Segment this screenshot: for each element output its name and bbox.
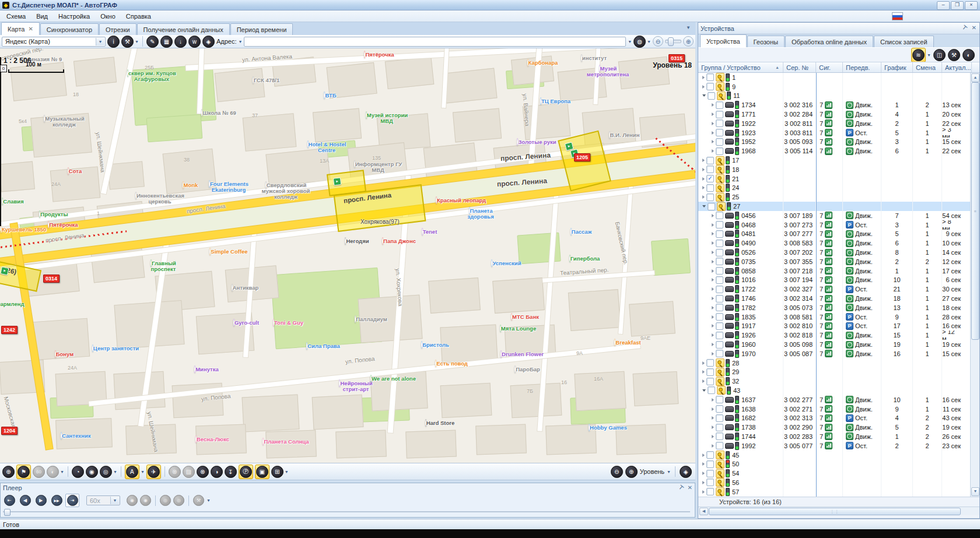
clear-icon[interactable]: ⊗ bbox=[197, 466, 209, 478]
column-header-Смена[interactable]: Смена bbox=[913, 62, 942, 72]
horizontal-scrollbar[interactable]: ◀ ⋮⋮ bbox=[698, 507, 979, 515]
row-checkbox[interactable] bbox=[716, 267, 723, 275]
player-close-icon[interactable]: ✕ bbox=[688, 484, 692, 491]
expand-icon[interactable] bbox=[702, 481, 705, 484]
follow-device-icon-toggle[interactable]: ⚑ bbox=[16, 465, 31, 479]
expand-icon[interactable] bbox=[712, 306, 714, 310]
tab-Синхронизатор[interactable]: Синхронизатор bbox=[40, 23, 99, 35]
expand-icon[interactable] bbox=[712, 407, 714, 411]
expand-icon[interactable] bbox=[712, 416, 714, 420]
row-checkbox[interactable] bbox=[716, 240, 723, 247]
row-checkbox[interactable] bbox=[706, 184, 714, 192]
player-timeline-handle[interactable] bbox=[4, 509, 10, 516]
expand-icon[interactable] bbox=[712, 435, 714, 438]
scroll-down-icon[interactable]: ▼ bbox=[971, 487, 979, 496]
expand-icon[interactable] bbox=[702, 186, 705, 189]
device-badge-0314[interactable]: 0314 bbox=[43, 275, 60, 283]
expand-icon[interactable] bbox=[702, 462, 705, 466]
tab-Период времени[interactable]: Период времени bbox=[230, 23, 293, 35]
device-row-1835[interactable]: 18353 008 5817PОст.9128 сек bbox=[698, 312, 979, 322]
row-checkbox[interactable] bbox=[716, 212, 723, 219]
row-checkbox[interactable] bbox=[716, 258, 723, 265]
zoom-out-icon[interactable]: ⊖ bbox=[653, 36, 663, 47]
group-row-56[interactable]: 56 bbox=[698, 478, 979, 487]
map-canvas[interactable]: 1 : 2 506 100 м 0 Уровень 18 ▸▸▸просп. Л… bbox=[0, 48, 695, 463]
column-header-График[interactable]: График bbox=[881, 62, 913, 72]
row-checkbox[interactable] bbox=[716, 432, 723, 440]
group-row-25[interactable]: 25 bbox=[698, 192, 979, 202]
group-row-50[interactable]: 50 bbox=[698, 459, 979, 469]
device-row-0526[interactable]: 05263 007 2027Движ.8114 сек bbox=[698, 248, 979, 257]
zoom-in-icon[interactable]: ⊕ bbox=[683, 36, 694, 47]
scroll-left-icon[interactable]: ◀ bbox=[699, 508, 708, 515]
device-row-1968[interactable]: 19683 005 1147Движ.6122 сек bbox=[698, 146, 979, 156]
expand-icon[interactable] bbox=[702, 195, 705, 199]
expand-icon[interactable] bbox=[702, 168, 705, 171]
expand-icon[interactable] bbox=[702, 177, 705, 181]
device-row-1746[interactable]: 17463 002 3147Движ.18127 сек bbox=[698, 294, 979, 303]
map-zoom-in-icon[interactable]: ⊕ bbox=[625, 466, 638, 478]
expand-icon[interactable] bbox=[712, 103, 714, 107]
expand-icon[interactable] bbox=[712, 112, 714, 116]
device-row-0481[interactable]: 04813 007 2777Движ.519 сек bbox=[698, 230, 979, 239]
row-checkbox[interactable] bbox=[706, 157, 714, 164]
row-checkbox[interactable] bbox=[716, 396, 723, 403]
last-icon[interactable]: ⇥ bbox=[67, 495, 78, 506]
track-icon[interactable]: ✈ bbox=[148, 466, 160, 478]
expand-icon[interactable] bbox=[712, 297, 714, 300]
follow-device-icon[interactable]: ⚑ bbox=[18, 466, 30, 478]
first-icon[interactable]: ⇤ bbox=[4, 495, 15, 506]
group-row-24[interactable]: 24 bbox=[698, 184, 979, 193]
device-row-1734[interactable]: 17343 002 3167Движ.1213 сек bbox=[698, 100, 979, 110]
collapse-icon[interactable] bbox=[702, 389, 706, 392]
menu-item-3[interactable]: Настройка bbox=[53, 12, 95, 21]
player-pin-icon[interactable]: ⊤ bbox=[677, 483, 685, 491]
device-row-1744[interactable]: 17443 002 2837Движ.1226 сек bbox=[698, 432, 979, 441]
level-dropdown-icon[interactable]: ▼ bbox=[667, 470, 671, 474]
device-row-1771[interactable]: 17713 002 2847Движ.4120 сек bbox=[698, 110, 979, 119]
player-speed-select[interactable]: 60x ▼ bbox=[86, 495, 120, 505]
group-row-17[interactable]: 17 bbox=[698, 156, 979, 165]
expand-icon[interactable] bbox=[712, 223, 714, 227]
expand-icon[interactable] bbox=[712, 324, 714, 328]
forward-icon[interactable]: ▶▶ bbox=[51, 495, 62, 506]
player-settings-icon-dropdown[interactable]: ▼ bbox=[206, 498, 211, 502]
play-icon[interactable]: ▶ bbox=[36, 495, 47, 506]
row-checkbox[interactable] bbox=[706, 460, 714, 468]
row-checkbox[interactable] bbox=[716, 129, 723, 136]
row-checkbox[interactable] bbox=[716, 332, 723, 339]
row-checkbox[interactable] bbox=[708, 203, 715, 210]
row-checkbox[interactable] bbox=[716, 276, 723, 284]
time-icon[interactable]: ◔ bbox=[72, 466, 84, 478]
expand-icon[interactable] bbox=[712, 251, 714, 254]
rewind-icon[interactable]: ◀ bbox=[20, 495, 31, 506]
labels-icon[interactable]: A bbox=[126, 466, 138, 478]
scrollbar-thumb[interactable]: ≡ bbox=[971, 82, 979, 340]
address-history-icon[interactable]: ▼ bbox=[238, 40, 242, 44]
row-checkbox[interactable] bbox=[716, 313, 723, 321]
panel-settings-icon[interactable]: ⚒ bbox=[948, 49, 960, 61]
group-row-21[interactable]: ✓21 bbox=[698, 174, 979, 184]
column-header-Группа / Устройство[interactable]: Группа / Устройство▲ bbox=[698, 62, 783, 72]
collapse-icon[interactable] bbox=[702, 94, 706, 97]
download-icon[interactable]: ↓ bbox=[174, 36, 187, 48]
columns-icon[interactable]: ◫ bbox=[933, 49, 946, 61]
column-header-Сиг.[interactable]: Сиг. bbox=[816, 62, 843, 72]
row-checkbox[interactable] bbox=[706, 73, 714, 81]
device-row-1782[interactable]: 17823 005 0737Движ.13118 сек bbox=[698, 303, 979, 312]
group-row-9[interactable]: 9 bbox=[698, 82, 979, 92]
track-icon-toggle[interactable]: ✈ bbox=[146, 465, 161, 479]
row-checkbox[interactable] bbox=[716, 414, 723, 422]
group-row-18[interactable]: 18 bbox=[698, 165, 979, 174]
tabstrip-dropdown-icon[interactable]: ▼ bbox=[686, 25, 691, 30]
device-row-1637[interactable]: 16373 002 2777Движ.10116 сек bbox=[698, 395, 979, 405]
group-row-11[interactable]: 11 bbox=[698, 92, 979, 101]
expand-icon[interactable] bbox=[702, 159, 705, 162]
group-row-32[interactable]: 32 bbox=[698, 377, 979, 386]
expand-icon[interactable] bbox=[712, 214, 714, 217]
expand-icon[interactable] bbox=[712, 131, 714, 135]
expand-icon[interactable] bbox=[702, 453, 705, 457]
expand-icon[interactable] bbox=[712, 278, 714, 282]
expand-icon[interactable] bbox=[712, 287, 714, 291]
group-row-28[interactable]: 28 bbox=[698, 358, 979, 368]
